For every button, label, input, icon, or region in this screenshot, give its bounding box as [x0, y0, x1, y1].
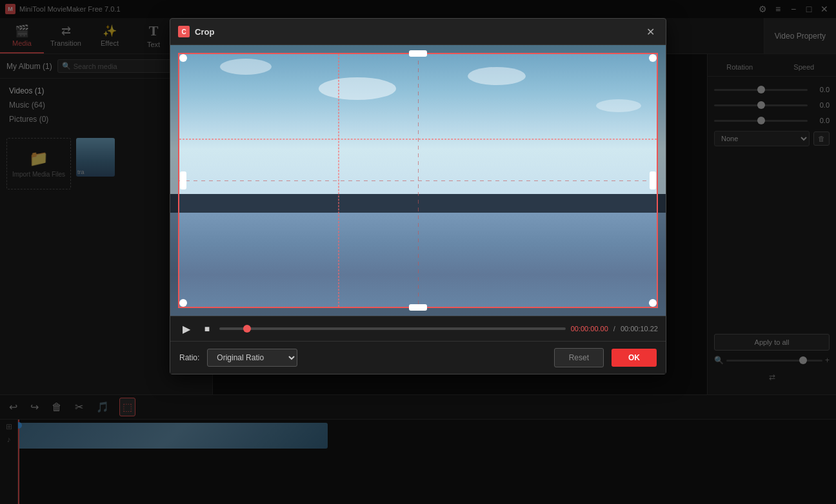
ratio-label: Ratio:	[179, 353, 199, 362]
crop-dialog: C Crop ✕	[170, 18, 666, 374]
cloud-3	[468, 67, 526, 85]
crop-close-button[interactable]: ✕	[642, 24, 658, 39]
ok-button[interactable]: OK	[612, 349, 657, 367]
progress-thumb[interactable]	[243, 325, 251, 333]
progress-track[interactable]	[219, 327, 566, 330]
time-current: 00:00:00.00	[571, 325, 608, 333]
playback-bar: ▶ ■ 00:00:00.00 / 00:00:10.22	[170, 316, 666, 341]
cloud-1	[220, 59, 272, 75]
cloud-4	[596, 99, 641, 112]
crop-dialog-overlay: C Crop ✕	[0, 0, 836, 504]
crop-bottom-bar: Ratio: Original Ratio 16:9 4:3 1:1 9:16 …	[170, 341, 666, 374]
crop-dialog-icon: C	[178, 26, 190, 37]
time-total: 00:00:10.22	[621, 325, 658, 333]
stop-button[interactable]: ■	[200, 322, 214, 336]
play-button[interactable]: ▶	[178, 320, 195, 337]
ratio-select[interactable]: Original Ratio 16:9 4:3 1:1 9:16	[207, 349, 297, 367]
crop-grid-h	[178, 180, 658, 181]
crop-dialog-title: Crop	[195, 27, 214, 37]
crop-canvas-area[interactable]	[170, 45, 666, 316]
crop-dialog-header: C Crop ✕	[170, 19, 666, 45]
time-separator: /	[613, 325, 615, 333]
reset-button[interactable]: Reset	[554, 348, 604, 367]
